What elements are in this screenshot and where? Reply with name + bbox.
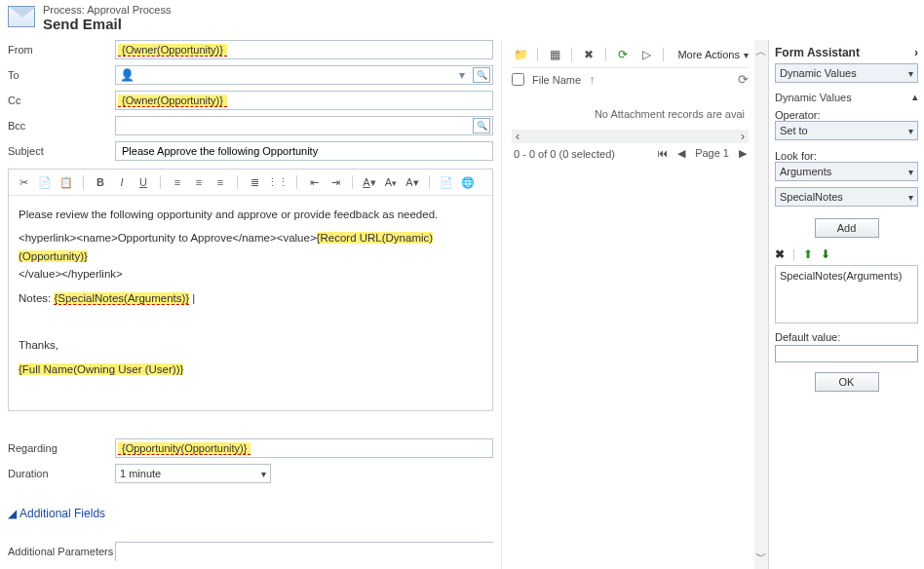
from-label: From — [8, 44, 115, 56]
bcc-label: Bcc — [8, 120, 115, 132]
regarding-token: {Opportunity(Opportunity)} — [118, 442, 250, 455]
paste-icon[interactable]: 📋 — [58, 173, 75, 191]
lookup-icon[interactable]: 🔍 — [473, 67, 490, 83]
move-up-icon[interactable]: ⬆ — [803, 247, 813, 261]
outdent-icon[interactable]: ⇤ — [305, 173, 323, 191]
v-scrollbar[interactable]: ︿ ﹀ — [754, 40, 768, 569]
refresh-icon[interactable]: ⟳ — [614, 46, 632, 63]
default-value-input[interactable] — [775, 345, 918, 362]
scroll-up-icon[interactable]: ︿ — [755, 44, 767, 60]
from-field[interactable]: {Owner(Opportunity)} — [115, 40, 493, 59]
prev-page-icon[interactable]: ◀ — [677, 147, 685, 160]
additional-params-field[interactable] — [115, 542, 493, 561]
align-right-icon[interactable]: ≡ — [212, 173, 229, 191]
copy-icon[interactable]: 📄 — [36, 173, 54, 191]
expand-icon[interactable]: ▾ — [453, 68, 471, 82]
remove-item-icon[interactable]: ✖ — [775, 247, 785, 261]
section-dynamic-values: Dynamic Values — [775, 92, 852, 103]
list-numbered-icon[interactable]: ≣ — [246, 173, 263, 191]
process-label: Process: Approval Process — [43, 4, 171, 16]
regarding-field[interactable]: {Opportunity(Opportunity)} — [115, 438, 493, 458]
link-icon[interactable]: 🌐 — [459, 173, 477, 191]
operator-label: Operator: — [775, 109, 918, 121]
scroll-down-icon[interactable]: ﹀ — [755, 549, 767, 565]
ok-button[interactable]: OK — [815, 372, 879, 392]
align-center-icon[interactable]: ≡ — [190, 173, 208, 191]
body-line-intro: Please review the following opportunity … — [19, 206, 482, 223]
collapse-icon[interactable]: ▴ — [912, 91, 918, 103]
font-size-icon[interactable]: A▾ — [382, 173, 400, 191]
to-field[interactable]: 👤 ▾ 🔍 — [115, 65, 493, 85]
lookfor-entity-select[interactable]: Arguments▾ — [775, 162, 918, 181]
bcc-field[interactable]: 🔍 — [115, 116, 493, 135]
cc-token: {Owner(Opportunity)} — [118, 95, 227, 107]
editor-body[interactable]: Please review the following opportunity … — [9, 196, 492, 410]
move-down-icon[interactable]: ⬇ — [821, 247, 830, 261]
form-assistant-title: Form Assistant — [775, 46, 860, 59]
bold-button[interactable]: B — [92, 173, 109, 191]
insert-icon[interactable]: 📄 — [438, 173, 455, 191]
file-name-header[interactable]: File Name — [532, 74, 581, 86]
add-button[interactable]: Add — [815, 218, 879, 238]
cc-field[interactable]: {Owner(Opportunity)} — [115, 91, 493, 110]
default-value-label: Default value: — [775, 331, 918, 343]
subject-input[interactable] — [118, 145, 490, 157]
italic-button[interactable]: I — [113, 173, 131, 191]
lookup-icon[interactable]: 🔍 — [473, 118, 490, 133]
cc-label: Cc — [8, 95, 115, 106]
list-item[interactable]: SpecialNotes(Arguments) — [780, 270, 913, 282]
subject-label: Subject — [8, 145, 115, 157]
delete-icon[interactable]: ✖ — [580, 46, 597, 63]
highlight-icon[interactable]: A▾ — [404, 173, 421, 191]
first-page-icon[interactable]: ⏮ — [657, 147, 668, 160]
additional-fields-toggle[interactable]: ◢Additional Fields — [8, 507, 493, 520]
grid-icon[interactable]: ▦ — [546, 46, 563, 63]
next-page-icon[interactable]: ▶ — [739, 147, 747, 160]
body-hyperlink-line: <hyperlink><name>Opportunity to Approve<… — [19, 229, 482, 283]
signature-token: {Full Name(Owning User (User))} — [19, 363, 183, 375]
to-label: To — [8, 69, 115, 81]
operator-select[interactable]: Set to▾ — [775, 121, 918, 140]
lookfor-label: Look for: — [775, 150, 918, 162]
underline-button[interactable]: U — [135, 173, 152, 191]
divider: | — [792, 247, 795, 261]
regarding-label: Regarding — [8, 442, 115, 454]
duration-label: Duration — [8, 468, 115, 479]
page-label: Page 1 — [695, 147, 729, 160]
rich-text-editor: ✂ 📄 📋 B I U ≡ ≡ ≡ ≣ ⋮⋮ ⇤ ⇥ — [8, 169, 493, 411]
h-scrollbar[interactable]: ‹› — [512, 130, 749, 143]
run-icon[interactable]: ▷ — [637, 46, 655, 63]
page-title: Send Email — [43, 16, 171, 32]
sort-up-icon[interactable]: ↑ — [589, 73, 595, 87]
from-token: {Owner(Opportunity)} — [118, 44, 227, 57]
indent-icon[interactable]: ⇥ — [327, 173, 344, 191]
body-notes-line: Notes: {SpecialNotes(Arguments)} | — [19, 289, 482, 307]
body-thanks: Thanks, — [19, 336, 482, 354]
chevron-down-icon: ▾ — [261, 469, 266, 479]
duration-select[interactable]: 1 minute ▾ — [115, 464, 271, 483]
record-count: 0 - 0 of 0 (0 selected) — [514, 148, 615, 160]
editor-toolbar: ✂ 📄 📋 B I U ≡ ≡ ≡ ≣ ⋮⋮ ⇤ ⇥ — [9, 170, 492, 196]
triangle-icon: ◢ — [8, 507, 17, 520]
subject-field[interactable] — [115, 141, 493, 161]
mail-icon — [8, 6, 35, 27]
lookfor-attr-select[interactable]: SpecialNotes▾ — [775, 187, 918, 207]
list-bullet-icon[interactable]: ⋮⋮ — [267, 173, 289, 191]
select-all-checkbox[interactable] — [512, 73, 524, 86]
refresh-list-icon[interactable]: ⟳ — [738, 72, 749, 87]
selected-items-list[interactable]: SpecialNotes(Arguments) — [775, 265, 918, 323]
notes-token: {SpecialNotes(Arguments)} — [54, 292, 189, 305]
new-attachment-icon[interactable]: 📁 — [512, 46, 529, 63]
more-actions-menu[interactable]: More Actions▾ — [677, 49, 749, 60]
person-icon: 👤 — [118, 68, 135, 82]
additional-params-label: Additional Parameters — [8, 546, 115, 557]
chevron-right-icon[interactable]: › — [914, 46, 918, 59]
assistant-mode-select[interactable]: Dynamic Values▾ — [775, 63, 918, 83]
no-attachments-text: No Attachment records are avai — [512, 91, 749, 130]
font-color-icon[interactable]: A▾ — [361, 173, 378, 191]
align-left-icon[interactable]: ≡ — [169, 173, 186, 191]
cut-icon[interactable]: ✂ — [15, 173, 32, 191]
